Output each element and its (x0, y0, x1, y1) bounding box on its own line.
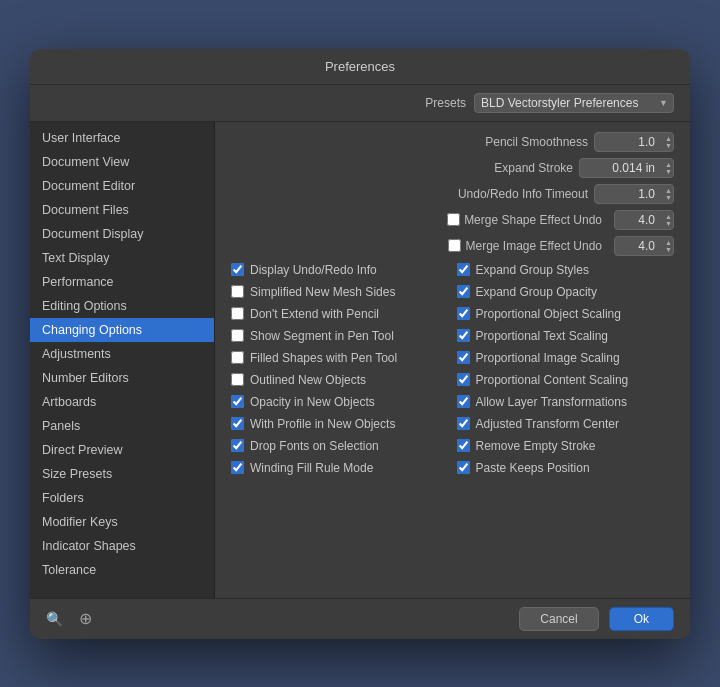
undo-redo-timeout-label: Undo/Redo Info Timeout (458, 187, 588, 201)
checkbox-left-input-1[interactable] (231, 285, 244, 298)
pencil-smoothness-down[interactable]: ▼ (665, 142, 672, 149)
sidebar-item-direct-preview[interactable]: Direct Preview (30, 438, 214, 462)
pencil-smoothness-input-wrapper[interactable]: ▲ ▼ (594, 132, 674, 152)
main-content: User InterfaceDocument ViewDocument Edit… (30, 122, 690, 598)
sidebar-item-document-files[interactable]: Document Files (30, 198, 214, 222)
sidebar-item-performance[interactable]: Performance (30, 270, 214, 294)
undo-redo-timeout-spinners[interactable]: ▲ ▼ (665, 187, 672, 201)
preferences-dialog: Preferences Presets BLD Vectorstyler Pre… (30, 49, 690, 639)
sidebar-item-modifier-keys[interactable]: Modifier Keys (30, 510, 214, 534)
checkbox-right-label-2: Proportional Object Scaling (476, 307, 621, 321)
undo-redo-timeout-input-wrapper[interactable]: ▲ ▼ (594, 184, 674, 204)
merge-image-down[interactable]: ▼ (665, 246, 672, 253)
checkbox-left-4: Filled Shapes with Pen Tool (231, 350, 449, 366)
sidebar-item-folders[interactable]: Folders (30, 486, 214, 510)
expand-stroke-spinners[interactable]: ▲ ▼ (665, 161, 672, 175)
pencil-smoothness-input[interactable] (594, 132, 674, 152)
merge-shape-checkbox[interactable] (447, 213, 460, 226)
checkbox-left-label-1: Simplified New Mesh Sides (250, 285, 395, 299)
merge-image-spinners[interactable]: ▲ ▼ (665, 239, 672, 253)
ok-button[interactable]: Ok (609, 607, 674, 631)
undo-redo-timeout-up[interactable]: ▲ (665, 187, 672, 194)
expand-stroke-input[interactable] (579, 158, 674, 178)
merge-shape-checkbox-wrapper[interactable]: Merge Shape Effect Undo (447, 213, 602, 227)
expand-stroke-input-wrapper[interactable]: ▲ ▼ (579, 158, 674, 178)
presets-bar: Presets BLD Vectorstyler Preferences (30, 85, 690, 122)
undo-redo-timeout-down[interactable]: ▼ (665, 194, 672, 201)
sidebar-item-document-editor[interactable]: Document Editor (30, 174, 214, 198)
checkbox-right-1: Expand Group Opacity (457, 284, 675, 300)
checkbox-left-label-7: With Profile in New Objects (250, 417, 395, 431)
checkbox-right-input-8[interactable] (457, 439, 470, 452)
checkbox-left-input-7[interactable] (231, 417, 244, 430)
sidebar-item-adjustments[interactable]: Adjustments (30, 342, 214, 366)
undo-redo-timeout-input[interactable] (594, 184, 674, 204)
checkbox-left-6: Opacity in New Objects (231, 394, 449, 410)
checkbox-right-0: Expand Group Styles (457, 262, 675, 278)
checkbox-right-label-0: Expand Group Styles (476, 263, 589, 277)
merge-shape-row: Merge Shape Effect Undo ▲ ▼ (231, 210, 674, 230)
merge-image-checkbox-wrapper[interactable]: Merge Image Effect Undo (448, 239, 602, 253)
checkbox-right-input-3[interactable] (457, 329, 470, 342)
sidebar-item-document-display[interactable]: Document Display (30, 222, 214, 246)
expand-stroke-up[interactable]: ▲ (665, 161, 672, 168)
checkbox-left-input-9[interactable] (231, 461, 244, 474)
checkbox-right-input-7[interactable] (457, 417, 470, 430)
checkbox-right-label-3: Proportional Text Scaling (476, 329, 609, 343)
checkbox-right-5: Proportional Content Scaling (457, 372, 675, 388)
sidebar-item-changing-options[interactable]: Changing Options (30, 318, 214, 342)
checkbox-right-input-5[interactable] (457, 373, 470, 386)
checkbox-right-input-0[interactable] (457, 263, 470, 276)
sidebar-item-panels[interactable]: Panels (30, 414, 214, 438)
presets-select[interactable]: BLD Vectorstyler Preferences (474, 93, 674, 113)
dialog-title: Preferences (325, 59, 395, 74)
merge-shape-down[interactable]: ▼ (665, 220, 672, 227)
checkbox-left-label-8: Drop Fonts on Selection (250, 439, 379, 453)
cancel-button[interactable]: Cancel (519, 607, 598, 631)
checkbox-left-label-9: Winding Fill Rule Mode (250, 461, 373, 475)
expand-stroke-row: Expand Stroke ▲ ▼ (231, 158, 674, 178)
expand-stroke-down[interactable]: ▼ (665, 168, 672, 175)
checkbox-right-label-1: Expand Group Opacity (476, 285, 597, 299)
merge-image-up[interactable]: ▲ (665, 239, 672, 246)
checkbox-right-input-4[interactable] (457, 351, 470, 364)
checkbox-left-input-4[interactable] (231, 351, 244, 364)
sidebar-item-tolerance[interactable]: Tolerance (30, 558, 214, 582)
merge-shape-label: Merge Shape Effect Undo (464, 213, 602, 227)
merge-image-input-wrapper[interactable]: ▲ ▼ (614, 236, 674, 256)
search-icon[interactable]: 🔍 (46, 611, 63, 627)
checkbox-left-input-0[interactable] (231, 263, 244, 276)
checkbox-right-input-1[interactable] (457, 285, 470, 298)
checkbox-right-9: Paste Keeps Position (457, 460, 675, 476)
checkbox-right-input-9[interactable] (457, 461, 470, 474)
merge-image-checkbox[interactable] (448, 239, 461, 252)
pencil-smoothness-spinners[interactable]: ▲ ▼ (665, 135, 672, 149)
checkbox-left-input-6[interactable] (231, 395, 244, 408)
sidebar-item-editing-options[interactable]: Editing Options (30, 294, 214, 318)
checkbox-left-input-5[interactable] (231, 373, 244, 386)
merge-shape-input-wrapper[interactable]: ▲ ▼ (614, 210, 674, 230)
sidebar-item-user-interface[interactable]: User Interface (30, 126, 214, 150)
checkbox-left-input-8[interactable] (231, 439, 244, 452)
checkbox-right-label-5: Proportional Content Scaling (476, 373, 629, 387)
zoom-icon[interactable]: ⊕ (79, 609, 92, 628)
checkbox-left-input-3[interactable] (231, 329, 244, 342)
checkbox-left-input-2[interactable] (231, 307, 244, 320)
checkbox-right-input-2[interactable] (457, 307, 470, 320)
sidebar-item-number-editors[interactable]: Number Editors (30, 366, 214, 390)
sidebar-item-text-display[interactable]: Text Display (30, 246, 214, 270)
checkbox-right-8: Remove Empty Stroke (457, 438, 675, 454)
presets-select-wrapper[interactable]: BLD Vectorstyler Preferences (474, 93, 674, 113)
bottom-icons: 🔍 ⊕ (46, 609, 92, 628)
sidebar-item-document-view[interactable]: Document View (30, 150, 214, 174)
checkbox-left-0: Display Undo/Redo Info (231, 262, 449, 278)
sidebar-item-artboards[interactable]: Artboards (30, 390, 214, 414)
merge-shape-up[interactable]: ▲ (665, 213, 672, 220)
sidebar-item-indicator-shapes[interactable]: Indicator Shapes (30, 534, 214, 558)
checkbox-right-input-6[interactable] (457, 395, 470, 408)
merge-shape-spinners[interactable]: ▲ ▼ (665, 213, 672, 227)
checkbox-left-9: Winding Fill Rule Mode (231, 460, 449, 476)
checkbox-right-4: Proportional Image Scaling (457, 350, 675, 366)
sidebar-item-size-presets[interactable]: Size Presets (30, 462, 214, 486)
pencil-smoothness-up[interactable]: ▲ (665, 135, 672, 142)
